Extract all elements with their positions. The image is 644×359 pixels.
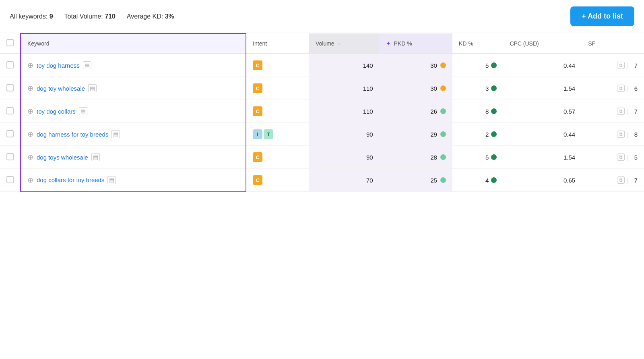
sf-serp-icon[interactable]: ⧉: [617, 62, 625, 69]
keyword-text[interactable]: dog toy wholesale: [37, 85, 85, 92]
sf-value: 8: [631, 131, 638, 138]
sf-value: 5: [631, 154, 638, 161]
keyword-text[interactable]: dog collars for toy breeds: [37, 176, 104, 183]
intent-badge-c: C: [253, 175, 262, 185]
sf-cell: ⧉|8: [582, 123, 644, 146]
sf-serp-icon[interactable]: ⧉: [617, 176, 625, 184]
table-row: ⊕dog collars for toy breeds▤C702540.65⧉|…: [0, 169, 644, 192]
add-keyword-icon[interactable]: ⊕: [27, 107, 33, 116]
page-icon[interactable]: ▤: [91, 153, 100, 161]
intent-cell: IT: [246, 123, 309, 146]
sf-cell: ⧉|7: [582, 54, 644, 77]
kd-cell: 5: [452, 54, 504, 77]
table-row: ⊕dog harness for toy breeds▤IT902920.44⧉…: [0, 123, 644, 146]
row-checkbox-cell: [0, 169, 21, 192]
page-icon[interactable]: ▤: [79, 107, 87, 115]
kd-dot: [491, 154, 497, 160]
row-checkbox[interactable]: [6, 130, 14, 137]
sf-serp-icon[interactable]: ⧉: [617, 131, 625, 138]
intent-cell: C: [246, 77, 309, 100]
add-keyword-icon[interactable]: ⊕: [27, 176, 33, 185]
volume-sort-icon[interactable]: ≡: [338, 41, 341, 47]
kd-cell: 5: [452, 146, 504, 169]
row-checkbox[interactable]: [6, 176, 14, 183]
cpc-cell: 0.44: [503, 123, 582, 146]
table-wrapper: Keyword Intent Volume ≡ ✦ PKD % KD % CPC: [0, 33, 644, 192]
sf-divider: |: [627, 85, 629, 92]
add-keyword-icon[interactable]: ⊕: [27, 153, 33, 162]
all-keywords-label: All keywords:: [10, 13, 47, 20]
page-icon[interactable]: ▤: [83, 61, 91, 69]
page-icon[interactable]: ▤: [111, 130, 120, 138]
checkbox-header: [0, 33, 21, 54]
pkd-dot: [440, 131, 446, 137]
avg-kd-stat: Average KD: 3%: [127, 13, 174, 20]
cpc-cell: 0.65: [503, 169, 582, 192]
cpc-value: 0.57: [564, 108, 575, 115]
kd-cell: 8: [452, 100, 504, 123]
sf-header: SF: [582, 33, 644, 54]
kd-header: KD %: [452, 33, 504, 54]
table-row: ⊕toy dog harness▤C1403050.44⧉|7: [0, 54, 644, 77]
volume-value: 90: [366, 131, 373, 138]
sf-value: 7: [631, 108, 638, 115]
page-icon[interactable]: ▤: [107, 176, 116, 184]
add-keyword-icon[interactable]: ⊕: [27, 84, 33, 93]
intent-cell: C: [246, 146, 309, 169]
sf-divider: |: [627, 154, 629, 161]
kd-value: 3: [485, 85, 489, 92]
pkd-dot: [440, 62, 446, 68]
keyword-text[interactable]: toy dog harness: [37, 62, 80, 69]
table-row: ⊕toy dog collars▤C1102680.57⧉|7: [0, 100, 644, 123]
sf-serp-icon[interactable]: ⧉: [617, 85, 625, 92]
pkd-cell: 29: [380, 123, 452, 146]
cpc-value: 0.44: [564, 62, 575, 69]
select-all-checkbox[interactable]: [6, 39, 14, 46]
keyword-text[interactable]: toy dog collars: [37, 108, 76, 115]
pkd-header: ✦ PKD %: [380, 33, 452, 54]
kd-dot: [491, 85, 497, 91]
total-volume-value: 710: [105, 13, 116, 20]
keywords-table: Keyword Intent Volume ≡ ✦ PKD % KD % CPC: [0, 33, 644, 192]
pkd-dot: [440, 108, 446, 114]
volume-value: 90: [366, 154, 373, 161]
cpc-cell: 0.44: [503, 54, 582, 77]
sf-divider: |: [627, 131, 629, 138]
pkd-dot: [440, 154, 446, 160]
volume-value: 70: [366, 177, 373, 184]
kd-value: 8: [485, 108, 489, 115]
sf-cell: ⧉|5: [582, 146, 644, 169]
keyword-text[interactable]: dog toys wholesale: [37, 154, 88, 161]
kd-value: 2: [485, 131, 489, 138]
kd-cell: 4: [452, 169, 504, 192]
keyword-text[interactable]: dog harness for toy breeds: [37, 131, 108, 138]
cpc-value: 1.54: [564, 154, 575, 161]
volume-cell: 110: [309, 77, 380, 100]
volume-header[interactable]: Volume ≡: [309, 33, 380, 54]
add-keyword-icon[interactable]: ⊕: [27, 61, 33, 70]
keyword-cell: ⊕toy dog harness▤: [21, 54, 246, 77]
intent-cell: C: [246, 54, 309, 77]
row-checkbox[interactable]: [6, 107, 14, 114]
volume-value: 140: [363, 62, 373, 69]
intent-cell: C: [246, 100, 309, 123]
sf-serp-icon[interactable]: ⧉: [617, 154, 625, 161]
page-icon[interactable]: ▤: [88, 84, 97, 92]
add-to-list-button[interactable]: + Add to list: [570, 6, 634, 26]
add-keyword-icon[interactable]: ⊕: [27, 130, 33, 139]
total-volume-label: Total Volume:: [64, 13, 103, 20]
row-checkbox-cell: [0, 100, 21, 123]
row-checkbox[interactable]: [6, 153, 14, 160]
intent-badge-c: C: [253, 152, 262, 162]
pkd-cell: 28: [380, 146, 452, 169]
table-header-row: Keyword Intent Volume ≡ ✦ PKD % KD % CPC: [0, 33, 644, 54]
sf-cell: ⧉|7: [582, 100, 644, 123]
kd-value: 5: [485, 62, 489, 69]
pkd-cell: 30: [380, 77, 452, 100]
keyword-cell: ⊕dog toys wholesale▤: [21, 146, 246, 169]
sf-serp-icon[interactable]: ⧉: [617, 108, 625, 115]
sf-divider: |: [627, 108, 629, 115]
row-checkbox[interactable]: [6, 61, 14, 68]
cpc-value: 0.65: [564, 177, 575, 184]
row-checkbox[interactable]: [6, 84, 14, 91]
